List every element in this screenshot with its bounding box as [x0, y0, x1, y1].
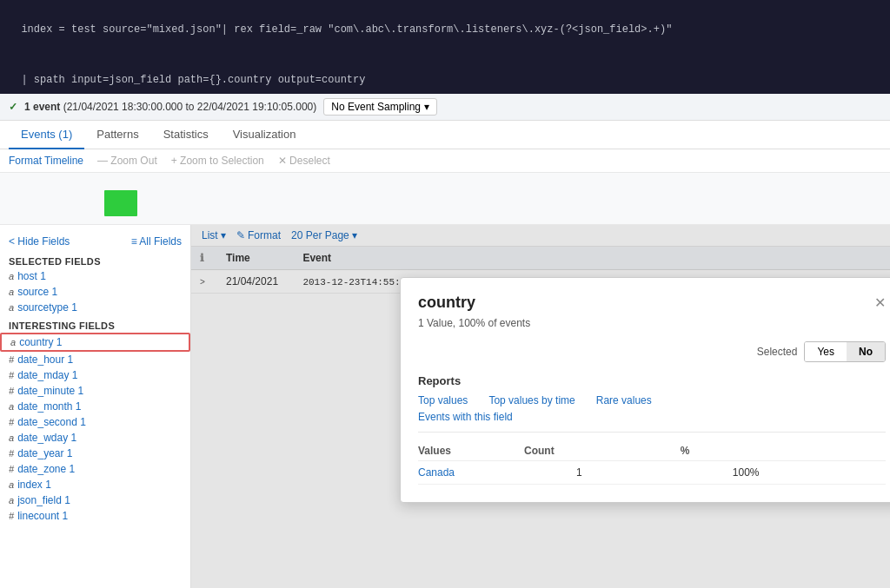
search-line2: | spath input=json_field path={}.country… — [21, 74, 365, 86]
sampling-arrow: ▾ — [424, 101, 429, 113]
field-json-field[interactable]: a json_field 1 — [0, 492, 190, 508]
modal-table-row: Canada 1 100% — [418, 460, 886, 484]
field-date-hour[interactable]: # date_hour 1 — [0, 352, 190, 367]
modal-header: country ✕ — [418, 294, 886, 312]
timeline-bar — [104, 190, 137, 216]
search-line1: index = test source="mixed.json"| rex fi… — [21, 23, 672, 36]
timeline-toolbar: Format Timeline — Zoom Out + Zoom to Sel… — [0, 149, 890, 173]
all-fields-button[interactable]: ≡ All Fields — [131, 235, 182, 248]
modal-col-count: Count — [524, 441, 681, 461]
reports-links: Top values Top values by time Rare value… — [418, 394, 886, 406]
selected-label: Selected — [757, 346, 798, 358]
field-sourcetype[interactable]: a sourcetype 1 — [0, 300, 190, 315]
modal-overlay: country ✕ 1 Value, 100% of events Select… — [191, 225, 890, 588]
modal-values-table: Values Count % Canada 1 100% — [418, 441, 886, 485]
field-date-zone[interactable]: # date_zone 1 — [0, 461, 190, 477]
content-area: List ▾ ✎ Format 20 Per Page ▾ ℹ Time Eve… — [191, 225, 890, 588]
timeline-area — [0, 173, 890, 225]
rare-values-link[interactable]: Rare values — [596, 394, 652, 406]
zoom-selection-button[interactable]: + Zoom to Selection — [171, 155, 264, 167]
modal-col-values: Values — [418, 441, 524, 461]
field-linecount[interactable]: # linecount 1 — [0, 508, 190, 524]
no-button[interactable]: No — [847, 342, 885, 361]
field-date-year[interactable]: # date_year 1 — [0, 446, 190, 461]
yes-button[interactable]: Yes — [805, 342, 847, 361]
sampling-label: No Event Sampling — [331, 101, 421, 113]
tab-events[interactable]: Events (1) — [9, 121, 84, 149]
modal-percent-100: 100% — [681, 460, 886, 484]
result-bar: ✓ 1 event (21/04/2021 18:30:00.000 to 22… — [0, 94, 890, 121]
field-host[interactable]: a host 1 — [0, 268, 190, 284]
field-date-wday[interactable]: a date_wday 1 — [0, 430, 190, 446]
deselect-button[interactable]: ✕ Deselect — [278, 155, 330, 167]
events-with-field-link[interactable]: Events with this field — [418, 411, 513, 423]
modal-selected-row: Selected Yes No — [418, 341, 886, 362]
field-index[interactable]: a index 1 — [0, 477, 190, 492]
search-bar: index = test source="mixed.json"| rex fi… — [0, 0, 890, 94]
tab-patterns[interactable]: Patterns — [84, 121, 150, 149]
modal-value-canada[interactable]: Canada — [418, 460, 524, 484]
check-icon: ✓ — [9, 101, 17, 113]
interesting-fields-title: INTERESTING FIELDS — [0, 315, 190, 333]
main-layout: < Hide Fields ≡ All Fields SELECTED FIEL… — [0, 225, 890, 588]
sidebar-header: < Hide Fields ≡ All Fields — [0, 232, 190, 251]
sampling-button[interactable]: No Event Sampling ▾ — [323, 98, 437, 116]
divider — [418, 432, 886, 433]
tab-statistics[interactable]: Statistics — [151, 121, 221, 149]
tab-visualization[interactable]: Visualization — [221, 121, 309, 149]
field-date-second[interactable]: # date_second 1 — [0, 414, 190, 430]
zoom-out-button[interactable]: — Zoom Out — [97, 155, 157, 167]
country-modal: country ✕ 1 Value, 100% of events Select… — [400, 277, 890, 503]
yes-no-group: Yes No — [804, 341, 886, 362]
field-date-minute[interactable]: # date_minute 1 — [0, 383, 190, 399]
modal-count-1: 1 — [524, 460, 681, 484]
hide-fields-button[interactable]: < Hide Fields — [9, 235, 70, 248]
top-values-link[interactable]: Top values — [418, 394, 468, 406]
modal-close-button[interactable]: ✕ — [874, 294, 886, 311]
field-date-mday[interactable]: # date_mday 1 — [0, 367, 190, 383]
tab-bar: Events (1) Patterns Statistics Visualiza… — [0, 121, 890, 149]
field-country[interactable]: a country 1 — [0, 333, 190, 352]
timeline-bars — [104, 182, 278, 216]
modal-col-percent: % — [681, 441, 886, 461]
sidebar: < Hide Fields ≡ All Fields SELECTED FIEL… — [0, 225, 191, 588]
reports-title: Reports — [418, 374, 886, 387]
event-count: 1 event (21/04/2021 18:30:00.000 to 22/0… — [24, 101, 316, 113]
modal-subtitle: 1 Value, 100% of events — [418, 317, 886, 329]
field-date-month[interactable]: a date_month 1 — [0, 399, 190, 414]
selected-fields-title: SELECTED FIELDS — [0, 251, 190, 268]
field-source[interactable]: a source 1 — [0, 284, 190, 300]
format-timeline-button[interactable]: Format Timeline — [9, 155, 83, 167]
top-values-by-time-link[interactable]: Top values by time — [488, 394, 575, 406]
modal-title: country — [418, 294, 475, 312]
